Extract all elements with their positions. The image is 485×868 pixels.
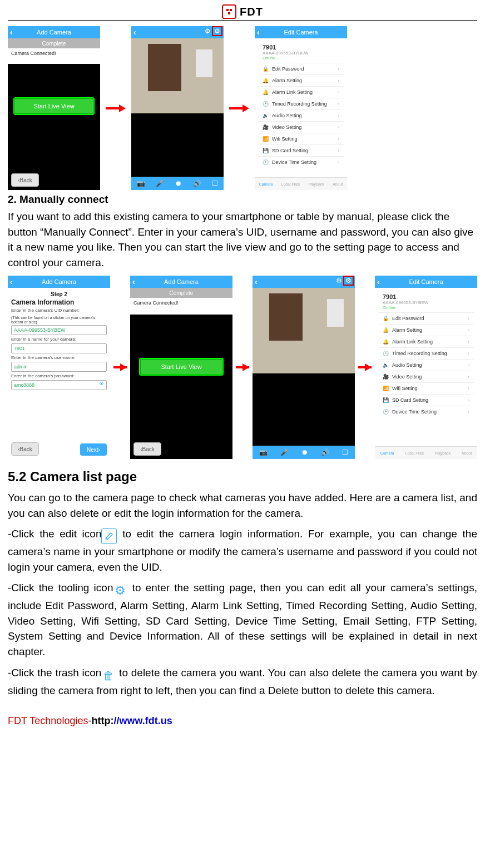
back-button[interactable]: ‹ Back: [11, 173, 39, 187]
uid-input[interactable]: AAAA-099553-BYBEW: [11, 325, 107, 335]
setting-row[interactable]: 💾SD Card Setting›: [258, 144, 344, 156]
setting-row[interactable]: 📶Wifi Setting›: [258, 133, 344, 144]
setting-row[interactable]: 🕑Device Time Setting›: [258, 156, 344, 168]
nav-about[interactable]: About: [462, 451, 472, 455]
gear-icon[interactable]: ⚙: [213, 27, 221, 35]
password-input[interactable]: amc8888👁: [11, 380, 107, 390]
nav-local[interactable]: Local Files: [405, 451, 423, 455]
setting-row[interactable]: 🕑Timed Recording Setting›: [258, 98, 344, 109]
back-chevron-icon[interactable]: ‹: [132, 277, 135, 286]
snap-icon[interactable]: 📷: [137, 179, 145, 187]
username-input[interactable]: admin: [11, 362, 107, 372]
form-panel: Step 2 Camera Information Enter in the c…: [8, 288, 110, 459]
setting-row[interactable]: 🔔Alarm Link Setting›: [258, 86, 344, 98]
setting-row[interactable]: 🔔Alarm Setting›: [378, 324, 474, 336]
setting-row[interactable]: 🕑Timed Recording Setting›: [378, 347, 474, 359]
titlebar: ‹ ⚙ ⚙: [253, 276, 355, 288]
section-5-2-heading: 5.2 Camera list page: [8, 469, 477, 485]
gear-icon[interactable]: ⚙: [344, 277, 353, 285]
nav-playback[interactable]: Playback: [435, 451, 451, 455]
snap-icon[interactable]: 📷: [259, 448, 268, 456]
screen-edit-camera-2: ‹ Edit Camera 7901 AAAA-099553-BYBEW Onl…: [375, 276, 477, 459]
name-label: Enter in a name for your camera:: [11, 337, 107, 342]
bell-icon: 🔔: [263, 78, 269, 83]
expand-icon[interactable]: ☐: [212, 179, 218, 187]
chevron-right-icon: ›: [338, 148, 339, 153]
text-fragment: -Click the tooling icon: [8, 582, 113, 593]
back-chevron-icon[interactable]: ‹: [10, 277, 13, 286]
video-controls: 📷 🎤 ⏺ 🔊 ☐: [131, 177, 224, 190]
chevron-right-icon: ›: [468, 327, 469, 333]
chevron-right-icon: ›: [338, 89, 339, 95]
back-chevron-icon[interactable]: ‹: [377, 277, 380, 286]
setting-row[interactable]: 🔔Alarm Setting›: [258, 74, 344, 86]
setting-row[interactable]: 🔔Alarm Link Setting›: [378, 336, 474, 347]
edit-icon-para: -Click the edit icon to edit the camera …: [8, 526, 477, 575]
back-chevron-icon[interactable]: ‹: [255, 277, 258, 286]
setting-row[interactable]: 📶Wifi Setting›: [378, 382, 474, 394]
setting-row[interactable]: 🎥Video Setting›: [258, 121, 344, 133]
titlebar: ‹ Add Camera: [8, 26, 100, 38]
setting-row[interactable]: 🔒Edit Password›: [378, 312, 474, 324]
chevron-right-icon: ›: [338, 101, 339, 107]
device-name: 7901: [383, 293, 469, 300]
flow-arrow-icon: [229, 104, 249, 112]
nav-camera[interactable]: Camera: [259, 182, 273, 186]
title: Add Camera: [42, 278, 76, 285]
next-button[interactable]: Next ›: [80, 443, 107, 456]
nav-local[interactable]: Local Files: [281, 182, 300, 186]
expand-icon[interactable]: ☐: [342, 448, 348, 456]
nav-camera[interactable]: Camera: [380, 451, 394, 455]
eye-icon[interactable]: 👁: [99, 381, 104, 387]
lock-icon: 🔒: [383, 316, 389, 321]
subheader: Complete: [130, 288, 232, 298]
edit-icon: [101, 528, 117, 544]
setting-row[interactable]: 🔒Edit Password›: [258, 63, 344, 74]
manually-connect-para: If you want to add this existing camera …: [8, 209, 477, 270]
footer-url[interactable]: //www.fdt.us: [113, 715, 172, 726]
back-button[interactable]: ‹ Back: [11, 442, 39, 456]
manually-connect-heading: 2. Manually connect: [8, 193, 477, 206]
speaker-icon[interactable]: 🔊: [193, 179, 201, 187]
back-chevron-icon[interactable]: ‹: [257, 28, 260, 37]
status-text: Camera Connected!: [130, 298, 232, 315]
record-icon[interactable]: ⏺: [175, 179, 182, 187]
wifi-icon: 📶: [263, 136, 269, 142]
name-input[interactable]: 7901: [11, 343, 107, 353]
setting-row[interactable]: 💾SD Card Setting›: [378, 394, 474, 406]
title: Add Camera: [164, 278, 199, 285]
back-chevron-icon[interactable]: ‹: [10, 28, 13, 37]
device-header: 7901 AAAA-099553-BYBEW Online: [378, 290, 474, 312]
back-chevron-icon[interactable]: ‹: [133, 28, 136, 37]
screenshot-row-1: ‹ Add Camera Complete Camera Connected! …: [8, 26, 477, 190]
back-button[interactable]: ‹ Back: [133, 442, 161, 456]
video-icon: 🎥: [383, 374, 389, 380]
device-uid: AAAA-099553-BYBEW: [383, 300, 469, 305]
start-live-view-button[interactable]: Start Live View: [140, 359, 222, 375]
company-header: FDT: [8, 4, 477, 21]
setting-row[interactable]: 🎥Video Setting›: [378, 371, 474, 382]
nav-playback[interactable]: Playback: [308, 182, 324, 186]
flow-arrow-icon: [113, 363, 127, 371]
mic-icon[interactable]: 🎤: [156, 179, 164, 187]
setting-row[interactable]: 🕑Device Time Setting›: [378, 406, 474, 417]
screen-live-view: ‹ ⚙ ⚙ 📷 🎤 ⏺ 🔊 ☐: [131, 26, 224, 190]
titlebar: ‹ Add Camera: [130, 276, 232, 288]
chevron-right-icon: ›: [468, 339, 469, 345]
setting-row[interactable]: 🔈Audio Setting›: [378, 359, 474, 371]
speaker-icon[interactable]: 🔊: [321, 448, 329, 456]
screen-camera-info: ‹ Add Camera Step 2 Camera Information E…: [8, 276, 110, 459]
start-live-view-button[interactable]: Start Live View: [14, 98, 93, 114]
record-icon[interactable]: ⏺: [301, 448, 308, 456]
mic-icon[interactable]: 🎤: [280, 448, 289, 456]
camera-feed: [131, 38, 224, 174]
device-status: Online: [263, 56, 339, 61]
setting-row[interactable]: 🔈Audio Setting›: [258, 109, 344, 121]
nav-about[interactable]: About: [333, 182, 343, 186]
camera-feed: [253, 288, 355, 443]
sliders-icon[interactable]: ⚙: [336, 277, 342, 285]
uid-label: Enter in the camera's UID number:: [11, 308, 107, 313]
sliders-icon[interactable]: ⚙: [205, 27, 211, 35]
flow-arrow-icon: [236, 363, 249, 371]
trash-icon-para: -Click the trash icon🗑 to delete the cam…: [8, 665, 477, 699]
